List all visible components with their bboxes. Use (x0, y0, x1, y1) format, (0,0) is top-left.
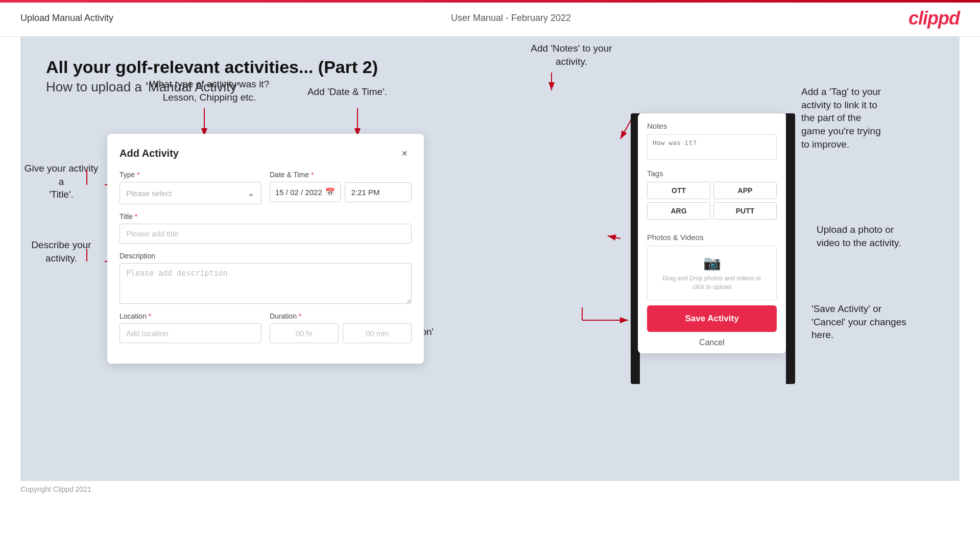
description-input[interactable] (119, 263, 412, 304)
annotation-save: 'Save Activity' or 'Cancel' your changes… (811, 302, 944, 342)
page-section-label: Upload Manual Activity (20, 13, 113, 23)
annotation-notes: Add 'Notes' to your activity. (520, 42, 623, 68)
title-label: Title * (119, 212, 412, 221)
copyright-text: Copyright Clippd 2021 (20, 485, 91, 493)
notes-label: Notes (647, 122, 777, 130)
modal-title: Add Activity (119, 148, 179, 159)
datetime-inputs: 15 / 02 / 2022 📅 2:21 PM (270, 182, 412, 202)
main-content: All your golf-relevant activities... (Pa… (20, 37, 960, 481)
close-button[interactable]: × (397, 146, 412, 160)
duration-min-input[interactable] (343, 323, 412, 343)
modal-header: Add Activity × (119, 146, 412, 160)
time-input[interactable]: 2:21 PM (345, 182, 412, 202)
annotation-tag: Add a 'Tag' to your activity to link it … (801, 85, 944, 151)
tag-app[interactable]: APP (713, 182, 777, 199)
photos-upload-area[interactable]: 📷 Drag and Drop photos and videos or cli… (647, 246, 777, 300)
location-input[interactable] (119, 323, 261, 343)
description-group: Description (119, 252, 412, 304)
title-input[interactable] (119, 224, 412, 244)
annotation-type: What type of activity was it? Lesson, Ch… (138, 78, 281, 104)
date-input[interactable]: 15 / 02 / 2022 📅 (270, 182, 341, 202)
tags-section: Tags OTT APP ARG PUTT (638, 167, 786, 225)
logo: clippd (909, 8, 960, 29)
tag-arg[interactable]: ARG (647, 202, 710, 220)
duration-inputs (270, 323, 412, 343)
photos-drag-text: Drag and Drop photos and videos or click… (662, 274, 761, 292)
duration-label: Duration * (270, 312, 412, 320)
footer: Copyright Clippd 2021 (0, 481, 980, 497)
annotation-title: Give your activity a 'Title'. (20, 162, 102, 201)
add-activity-modal: Add Activity × Type * Please select ⌄ Da… (107, 134, 424, 364)
page-title: All your golf-relevant activities... (Pa… (46, 57, 934, 77)
chevron-down-icon: ⌄ (247, 187, 255, 199)
datetime-group: Date & Time * 15 / 02 / 2022 📅 2:21 PM (270, 171, 412, 204)
tags-label: Tags (647, 169, 777, 178)
save-activity-button[interactable]: Save Activity (647, 305, 777, 332)
annotation-photo: Upload a photo or video to the activity. (817, 223, 944, 249)
top-bar: Upload Manual Activity User Manual - Feb… (0, 0, 980, 37)
svg-line-11 (608, 236, 620, 238)
location-group: Location * (119, 312, 261, 343)
type-label: Type * (119, 171, 261, 179)
document-title: User Manual - February 2022 (451, 13, 571, 23)
type-datetime-row: Type * Please select ⌄ Date & Time * 15 … (119, 171, 412, 204)
type-group: Type * Please select ⌄ (119, 171, 261, 204)
photo-icon: 📷 (703, 254, 721, 271)
datetime-label: Date & Time * (270, 171, 412, 179)
duration-hr-input[interactable] (270, 323, 339, 343)
type-select[interactable]: Please select ⌄ (119, 182, 261, 204)
annotation-description: Describe your activity. (20, 238, 102, 265)
red-accent-bar (0, 0, 980, 3)
title-group: Title * (119, 212, 412, 244)
tag-putt[interactable]: PUTT (713, 202, 777, 220)
description-label: Description (119, 252, 412, 260)
photos-section-label: Photos & Videos (638, 225, 786, 242)
tags-grid: OTT APP ARG PUTT (647, 182, 777, 220)
tag-ott[interactable]: OTT (647, 182, 710, 199)
phone-border-right (786, 113, 795, 384)
notes-section: Notes (638, 113, 786, 167)
annotation-datetime: Add 'Date & Time'. (291, 85, 403, 99)
location-label: Location * (119, 312, 261, 320)
location-duration-row: Location * Duration * (119, 312, 412, 343)
calendar-icon: 📅 (325, 187, 335, 197)
phone-panel: Notes Tags OTT APP ARG PUTT Photos & Vid… (638, 113, 786, 353)
notes-input[interactable] (647, 134, 777, 160)
photos-label: Photos & Videos (647, 233, 777, 242)
cancel-link[interactable]: Cancel (638, 332, 786, 353)
duration-group: Duration * (270, 312, 412, 343)
